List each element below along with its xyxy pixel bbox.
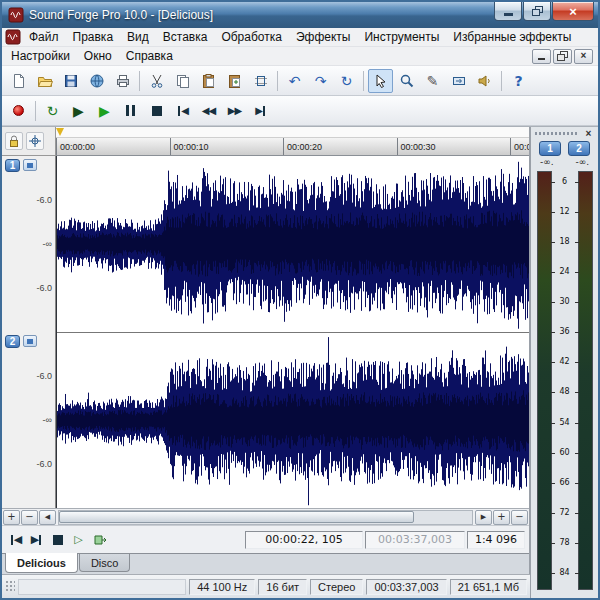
rewind-button[interactable]: ◀◀	[196, 99, 221, 123]
waveform-area	[56, 156, 529, 508]
channel-1-minimize-button[interactable]	[23, 159, 37, 171]
mdi-restore-button[interactable]	[553, 49, 572, 64]
restore-button[interactable]	[523, 2, 551, 21]
waveform-channel-2[interactable]	[56, 333, 529, 509]
play-all-button[interactable]: ▶	[66, 99, 91, 123]
zoom-out-level-button[interactable]: −	[21, 510, 38, 525]
loop-playback-button[interactable]: ↻	[40, 99, 65, 123]
zoom-out-time-button[interactable]: −	[511, 510, 528, 525]
event-tool-button[interactable]	[446, 69, 471, 93]
menu-item[interactable]: Настройки	[4, 48, 77, 64]
stop-button[interactable]	[48, 530, 67, 549]
cut-button[interactable]	[144, 69, 169, 93]
menu-item[interactable]: Вид	[120, 29, 156, 45]
panel-grip-icon[interactable]	[534, 131, 579, 136]
waveform-channel-1[interactable]	[56, 156, 529, 333]
channel-2-badge[interactable]: 2	[5, 335, 20, 348]
menu-item[interactable]: Правка	[66, 29, 121, 45]
save-file-button[interactable]	[58, 69, 83, 93]
meter-scale-label: 48	[552, 388, 578, 396]
magnify-tool-button[interactable]	[394, 69, 419, 93]
menu-item[interactable]: Файл	[22, 29, 66, 45]
tab-disco[interactable]: Disco	[79, 554, 131, 572]
meter-scale-label: 30	[552, 298, 578, 306]
scrollbar-track[interactable]	[58, 510, 473, 525]
meter-peak-left: -∞.	[540, 157, 554, 167]
zoom-ratio-display: 1:4 096	[467, 531, 525, 549]
go-to-start-button[interactable]: ◀	[170, 99, 195, 123]
new-file-button[interactable]	[6, 69, 31, 93]
trim-button[interactable]	[248, 69, 273, 93]
print-button[interactable]	[110, 69, 135, 93]
channel-2-minimize-button[interactable]	[23, 335, 37, 347]
meter-channel-2-button[interactable]: 2	[568, 141, 590, 156]
zoom-in-time-button[interactable]: +	[493, 510, 510, 525]
meter-peak-right: -∞.	[575, 157, 589, 167]
go-to-start-button[interactable]: ◀	[6, 530, 25, 549]
minimize-button[interactable]	[494, 2, 522, 21]
panel-close-button[interactable]: ×	[582, 128, 595, 139]
channel-1-badge[interactable]: 1	[5, 159, 20, 172]
go-to-end-button[interactable]: ▶	[248, 99, 273, 123]
open-remote-button[interactable]	[90, 530, 109, 549]
redo-button[interactable]: ↷	[308, 69, 333, 93]
menu-bar-row1: ФайлПравкаВидВставкаОбработкаЭффектыИнст…	[2, 28, 598, 47]
meter-scale-label: 6	[552, 178, 578, 186]
mix-paste-button[interactable]	[222, 69, 247, 93]
ruler-corner	[2, 127, 56, 156]
toolbar-separator	[139, 71, 140, 91]
meter-bar-left	[537, 171, 552, 590]
status-cell: Стерео	[310, 579, 363, 595]
waveform-channel-2-canvas[interactable]	[56, 333, 529, 509]
open-file-button[interactable]	[32, 69, 57, 93]
pause-button[interactable]	[118, 99, 143, 123]
lock-toggle[interactable]	[5, 132, 23, 150]
scroll-right-button[interactable]	[475, 510, 492, 525]
status-cell: 16 бит	[258, 579, 307, 595]
menu-item[interactable]: Эффекты	[289, 29, 358, 45]
mdi-close-button[interactable]: ×	[574, 49, 593, 64]
mdi-minimize-button[interactable]	[532, 49, 551, 64]
menu-item[interactable]: Инструменты	[357, 29, 446, 45]
fast-forward-button[interactable]: ▶▶	[222, 99, 247, 123]
db-label: -∞	[43, 415, 52, 425]
close-button[interactable]: ×	[552, 2, 594, 21]
ruler-tick: 00:00:10	[170, 138, 209, 155]
time-ruler[interactable]: 00:00:0000:00:1000:00:2000:00:3000:00	[56, 138, 529, 156]
repeat-button[interactable]: ↻	[334, 69, 359, 93]
db-label: -6.0	[36, 195, 52, 205]
meter-channel-1-button[interactable]: 1	[539, 141, 561, 156]
menu-item[interactable]: Окно	[77, 48, 119, 64]
playback-cursor	[56, 156, 57, 508]
publish-button[interactable]	[84, 69, 109, 93]
waveform-channel-1-canvas[interactable]	[56, 156, 529, 332]
menu-item[interactable]: Избранные эффекты	[446, 29, 578, 45]
edit-tool-button[interactable]	[368, 69, 393, 93]
whats-this-help-button[interactable]: ?	[506, 69, 531, 93]
go-to-end-button[interactable]: ▶	[27, 530, 46, 549]
meter-scale-label: 12	[552, 208, 578, 216]
undo-button[interactable]: ↶	[282, 69, 307, 93]
scrollbar-thumb[interactable]	[59, 511, 414, 523]
menu-item[interactable]: Справка	[119, 48, 180, 64]
title-bar[interactable]: Sound Forge Pro 10.0 - [Delicious] ×	[2, 2, 598, 28]
menu-item[interactable]: Обработка	[214, 29, 289, 45]
window-title: Sound Forge Pro 10.0 - [Delicious]	[29, 8, 494, 22]
scrub-tool-button[interactable]	[472, 69, 497, 93]
menu-item[interactable]: Вставка	[156, 29, 215, 45]
paste-button[interactable]	[196, 69, 221, 93]
position-marker[interactable]	[56, 128, 64, 136]
stop-button[interactable]	[144, 99, 169, 123]
marker-bar[interactable]	[56, 127, 529, 138]
app-window: Sound Forge Pro 10.0 - [Delicious] × Фай…	[0, 0, 600, 600]
play-normal-button[interactable]: ▷	[69, 530, 88, 549]
copy-button[interactable]	[170, 69, 195, 93]
play-button[interactable]: ▶	[92, 99, 117, 123]
tab-delicious[interactable]: Delicious	[5, 553, 78, 573]
snap-toggle[interactable]	[26, 132, 44, 150]
scroll-left-button[interactable]	[39, 510, 56, 525]
transport-toolbar: ↻▶▶◀◀◀▶▶▶	[2, 96, 598, 126]
pencil-tool-button[interactable]: ✎	[420, 69, 445, 93]
record-button[interactable]	[6, 99, 31, 123]
zoom-in-level-button[interactable]: +	[3, 510, 20, 525]
